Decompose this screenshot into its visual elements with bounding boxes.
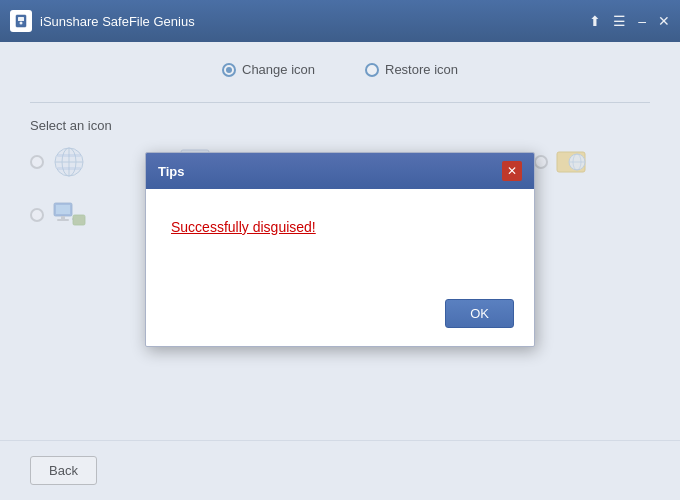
tips-dialog: Tips ✕ Successfully disguised! OK: [145, 152, 535, 347]
share-button[interactable]: ⬆: [589, 14, 601, 28]
app-title: iSunshare SafeFile Genius: [40, 14, 589, 29]
modal-header: Tips ✕: [146, 153, 534, 189]
menu-button[interactable]: ☰: [613, 14, 626, 28]
title-bar: iSunshare SafeFile Genius ⬆ ☰ – ✕: [0, 0, 680, 42]
modal-overlay: Tips ✕ Successfully disguised! OK: [0, 42, 680, 500]
close-button[interactable]: ✕: [658, 14, 670, 28]
svg-rect-1: [18, 17, 24, 21]
app-icon: [10, 10, 32, 32]
main-content: Change icon Restore icon Select an icon: [0, 42, 680, 500]
modal-footer: OK: [146, 289, 534, 346]
modal-close-button[interactable]: ✕: [502, 161, 522, 181]
ok-button[interactable]: OK: [445, 299, 514, 328]
modal-title: Tips: [158, 164, 185, 179]
svg-point-2: [20, 22, 23, 25]
minimize-button[interactable]: –: [638, 14, 646, 28]
window-controls: ⬆ ☰ – ✕: [589, 14, 670, 28]
modal-body: Successfully disguised!: [146, 189, 534, 289]
modal-message: Successfully disguised!: [171, 219, 509, 235]
